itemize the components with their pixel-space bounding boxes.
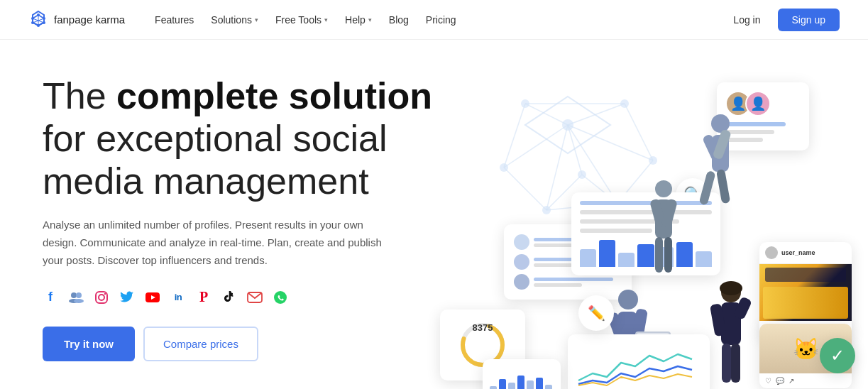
hero-illustration: .nb-line{stroke:#a8c8f0;stroke-width:1.5… xyxy=(440,68,866,389)
svg-line-40 xyxy=(525,104,568,125)
youtube-icon xyxy=(145,290,160,305)
user-dot xyxy=(514,254,529,270)
svg-line-35 xyxy=(568,104,625,125)
nav-actions: Log in Sign up xyxy=(725,9,840,31)
svg-line-12 xyxy=(33,15,38,18)
social-icons-row: f in P xyxy=(43,290,440,305)
whatsapp-icon xyxy=(273,290,288,305)
svg-point-22 xyxy=(104,292,106,294)
hero-content: The complete solution for exceptional so… xyxy=(43,68,440,361)
svg-line-38 xyxy=(546,125,568,210)
email-icon xyxy=(247,290,263,305)
avatar xyxy=(765,246,778,259)
chevron-down-icon: ▾ xyxy=(255,16,258,23)
nav-blog[interactable]: Blog xyxy=(382,10,416,30)
hero-buttons: Try it now Compare prices xyxy=(43,327,440,361)
svg-line-36 xyxy=(568,125,653,160)
svg-point-73 xyxy=(720,281,742,295)
groups-icon xyxy=(68,290,84,305)
svg-rect-87 xyxy=(545,385,552,389)
metric-value: 8375 xyxy=(440,322,525,333)
svg-rect-56 xyxy=(664,237,672,273)
signup-button[interactable]: Sign up xyxy=(778,9,840,31)
svg-rect-83 xyxy=(508,383,515,389)
svg-rect-55 xyxy=(655,237,663,273)
pencil-icon: ✏️ xyxy=(588,305,605,322)
svg-line-41 xyxy=(625,104,653,160)
svg-point-21 xyxy=(99,295,104,300)
compare-prices-button[interactable]: Compare prices xyxy=(143,327,258,361)
twitter-icon xyxy=(119,290,135,305)
line-chart-card xyxy=(568,334,710,389)
svg-point-26 xyxy=(274,291,287,304)
nav-links: Features Solutions ▾ Free Tools ▾ Help ▾… xyxy=(148,10,725,30)
svg-line-47 xyxy=(568,125,582,175)
svg-point-19 xyxy=(74,299,84,303)
svg-line-45 xyxy=(504,104,525,168)
svg-point-57 xyxy=(711,114,730,133)
svg-point-17 xyxy=(76,292,82,298)
svg-rect-78 xyxy=(731,344,740,383)
facebook-icon: f xyxy=(43,290,58,305)
logo-link[interactable]: fanpage karma xyxy=(28,10,125,30)
navbar: fanpage karma Features Solutions ▾ Free … xyxy=(0,0,868,40)
like-icon: ♡ xyxy=(765,377,771,385)
share-icon: ↗ xyxy=(789,377,794,385)
photo-image xyxy=(759,264,852,321)
pencil-card: ✏️ xyxy=(578,295,614,331)
svg-rect-62 xyxy=(716,169,730,204)
hero-description: Analyse an unlimited number of profiles.… xyxy=(43,217,397,269)
svg-rect-82 xyxy=(499,379,506,389)
svg-rect-86 xyxy=(536,378,543,389)
svg-rect-61 xyxy=(699,170,716,205)
bar-chart-card xyxy=(483,359,561,389)
svg-rect-84 xyxy=(517,376,524,389)
linkedin-icon: in xyxy=(170,290,186,305)
svg-point-16 xyxy=(71,292,77,298)
person-right xyxy=(703,278,759,389)
svg-rect-81 xyxy=(490,386,497,389)
user-dot xyxy=(514,234,529,250)
instagram-icon xyxy=(94,290,109,305)
check-card: ✓ xyxy=(820,338,855,373)
username: user_name xyxy=(781,249,815,256)
avatar: 👤 xyxy=(745,91,771,116)
pinterest-icon: P xyxy=(196,290,211,305)
chevron-down-icon: ▾ xyxy=(368,16,372,23)
user-dot xyxy=(514,274,529,290)
hero-title: The complete solution for exceptional so… xyxy=(43,75,440,202)
nav-pricing[interactable]: Pricing xyxy=(419,10,463,30)
login-button[interactable]: Log in xyxy=(725,10,769,30)
svg-point-51 xyxy=(655,180,672,197)
tiktok-icon xyxy=(221,290,237,305)
try-it-now-button[interactable]: Try it now xyxy=(43,327,135,361)
comment-icon: 💬 xyxy=(776,377,784,385)
check-icon: ✓ xyxy=(830,346,845,366)
logo-icon xyxy=(28,10,48,30)
svg-rect-77 xyxy=(722,344,731,383)
cat-icon: 🐱 xyxy=(793,336,819,361)
hero-section: The complete solution for exceptional so… xyxy=(0,40,868,389)
nav-help[interactable]: Help ▾ xyxy=(338,10,379,30)
logo-text: fanpage karma xyxy=(54,13,125,26)
person-walking xyxy=(692,111,742,227)
nav-free-tools[interactable]: Free Tools ▾ xyxy=(268,10,335,30)
svg-line-7 xyxy=(38,15,44,18)
chevron-down-icon: ▾ xyxy=(324,16,328,23)
nav-features[interactable]: Features xyxy=(148,10,201,30)
nav-solutions[interactable]: Solutions ▾ xyxy=(204,10,265,30)
person-standing xyxy=(642,178,685,295)
svg-point-63 xyxy=(618,290,638,309)
svg-line-44 xyxy=(504,168,546,210)
svg-rect-85 xyxy=(527,380,534,389)
